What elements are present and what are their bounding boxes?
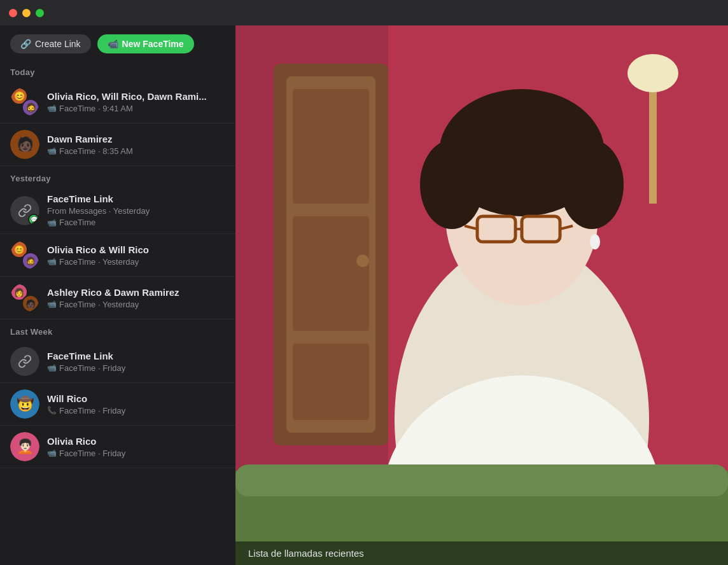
section-header-last-week: Last Week [0, 319, 235, 340]
new-facetime-label: New FaceTime [122, 39, 184, 49]
call-time: FaceTime · Yesterday [59, 257, 139, 267]
call-time: FaceTime · Friday [59, 449, 125, 458]
facetime-video-icon: 📹 [47, 218, 57, 227]
svg-point-9 [627, 54, 678, 92]
call-subtitle: 📹 FaceTime · Yesterday [47, 300, 225, 309]
facetime-video-icon: 📹 [47, 257, 57, 266]
avatar: 💬 [10, 196, 39, 225]
call-time: FaceTime · Yesterday [59, 300, 139, 309]
create-link-label: Create Link [35, 39, 81, 49]
call-info: Olivia Rico, Will Rico, Dawn Rami... 📹 F… [47, 91, 225, 113]
facetime-video-icon: 📹 [47, 146, 57, 155]
list-item[interactable]: 🧑🏻‍🦱 Olivia Rico 📹 FaceTime · Friday [0, 426, 235, 468]
svg-rect-6 [293, 344, 369, 420]
call-name: Olivia Rico & Will Rico [47, 244, 225, 255]
phone-icon: 📞 [47, 406, 57, 415]
chain-link-icon [18, 354, 32, 368]
facetime-label: FaceTime [59, 218, 95, 227]
messages-badge: 💬 [28, 214, 39, 225]
caption-bar: Lista de llamadas recientes [235, 541, 728, 565]
close-button[interactable] [9, 9, 17, 17]
group-avatar: 👩 🧑🏿 [10, 283, 39, 312]
call-name: Ashley Rico & Dawn Ramirez [47, 287, 225, 298]
call-name: FaceTime Link [47, 193, 225, 204]
sub-avatar-2: 🧑🏿 [22, 295, 39, 312]
call-subtitle: 📹 FaceTime · 8:35 AM [47, 146, 225, 156]
from-messages: From Messages · Yesterday [47, 206, 150, 216]
avatar: 😊 🧔 [10, 241, 39, 270]
call-name: Olivia Rico, Will Rico, Dawn Rami... [47, 91, 225, 102]
sub-avatar-2: 🧔 [22, 252, 39, 270]
main-layout: 🔗 Create Link 📹 New FaceTime Today 😊 [0, 25, 728, 565]
sub-avatar-2: 🧔 [22, 99, 39, 116]
call-info: Will Rico 📞 FaceTime · Friday [47, 393, 225, 415]
svg-rect-5 [293, 216, 369, 331]
call-subtitle: 📹 FaceTime · 9:41 AM [47, 104, 225, 113]
call-subtitle: 📹 FaceTime · Yesterday [47, 257, 225, 267]
single-avatar: 🤠 [10, 389, 39, 419]
call-info: Ashley Rico & Dawn Ramirez 📹 FaceTime · … [47, 287, 225, 309]
svg-rect-23 [235, 464, 728, 496]
person-video [235, 25, 728, 565]
avatar: 🤠 [10, 389, 39, 419]
call-name: FaceTime Link [47, 351, 225, 361]
section-today: Today 😊 🧔 Olivia Rico, Will Rico, Dawn R… [0, 60, 235, 166]
call-time: FaceTime · 9:41 AM [59, 104, 133, 113]
call-subtitle: 📹 FaceTime · Friday [47, 449, 225, 458]
svg-point-21 [590, 234, 600, 249]
call-name: Olivia Rico [47, 436, 225, 447]
link-avatar [10, 347, 39, 376]
single-avatar: 🧑🏿 [10, 130, 39, 159]
call-subtitle-line1: From Messages · Yesterday [47, 206, 225, 216]
link-icon: 🔗 [20, 39, 31, 49]
toolbar: 🔗 Create Link 📹 New FaceTime [0, 25, 235, 60]
list-item[interactable]: 😊 🧔 Olivia Rico, Will Rico, Dawn Rami...… [0, 81, 235, 123]
video-background [235, 25, 728, 565]
list-item[interactable]: 👩 🧑🏿 Ashley Rico & Dawn Ramirez 📹 FaceTi… [0, 277, 235, 319]
call-name: Will Rico [47, 393, 225, 404]
section-header-today: Today [0, 60, 235, 81]
call-name: Dawn Ramirez [47, 134, 225, 144]
svg-rect-4 [293, 89, 369, 204]
call-info: Olivia Rico & Will Rico 📹 FaceTime · Yes… [47, 244, 225, 267]
avatar: 🧑🏻‍🦱 [10, 432, 39, 461]
call-info: Dawn Ramirez 📹 FaceTime · 8:35 AM [47, 134, 225, 156]
titlebar [0, 0, 728, 25]
section-header-yesterday: Yesterday [0, 166, 235, 187]
call-info: FaceTime Link 📹 FaceTime · Friday [47, 351, 225, 373]
sidebar: 🔗 Create Link 📹 New FaceTime Today 😊 [0, 25, 235, 565]
call-info: Olivia Rico 📹 FaceTime · Friday [47, 436, 225, 458]
camera-icon: 📹 [108, 39, 118, 49]
group-avatar: 😊 🧔 [10, 87, 39, 116]
call-subtitle: 📹 FaceTime · Friday [47, 363, 225, 373]
list-item[interactable]: 😊 🧔 Olivia Rico & Will Rico 📹 FaceTime ·… [0, 234, 235, 277]
list-item[interactable]: FaceTime Link 📹 FaceTime · Friday [0, 340, 235, 383]
new-facetime-button[interactable]: 📹 New FaceTime [97, 34, 194, 53]
call-time: FaceTime · 8:35 AM [59, 146, 133, 156]
call-info: FaceTime Link From Messages · Yesterday … [47, 193, 225, 227]
list-item[interactable]: 💬 FaceTime Link From Messages · Yesterda… [0, 187, 235, 234]
facetime-video-icon: 📹 [47, 449, 57, 457]
svg-rect-8 [649, 76, 657, 204]
section-last-week: Last Week FaceTime Link 📹 FaceTime [0, 319, 235, 468]
content-panel: Lista de llamadas recientes [235, 25, 728, 565]
caption-text: Lista de llamadas recientes [248, 548, 364, 559]
call-subtitle: 📞 FaceTime · Friday [47, 406, 225, 415]
minimize-button[interactable] [22, 9, 31, 17]
facetime-video-icon: 📹 [47, 104, 57, 113]
fullscreen-button[interactable] [36, 9, 44, 17]
avatar: 😊 🧔 [10, 87, 39, 116]
call-subtitle-line2: 📹 FaceTime [47, 218, 225, 227]
svg-point-13 [420, 140, 484, 229]
avatar: 👩 🧑🏿 [10, 283, 39, 312]
create-link-button[interactable]: 🔗 Create Link [10, 34, 91, 53]
facetime-video-icon: 📹 [47, 363, 57, 372]
call-time: FaceTime · Friday [59, 406, 125, 415]
list-item[interactable]: 🤠 Will Rico 📞 FaceTime · Friday [0, 383, 235, 426]
avatar: 🧑🏿 [10, 130, 39, 159]
list-item[interactable]: 🧑🏿 Dawn Ramirez 📹 FaceTime · 8:35 AM [0, 123, 235, 166]
single-avatar: 🧑🏻‍🦱 [10, 432, 39, 461]
group-avatar: 😊 🧔 [10, 241, 39, 270]
call-time: FaceTime · Friday [59, 363, 125, 373]
facetime-video-icon: 📹 [47, 300, 57, 309]
